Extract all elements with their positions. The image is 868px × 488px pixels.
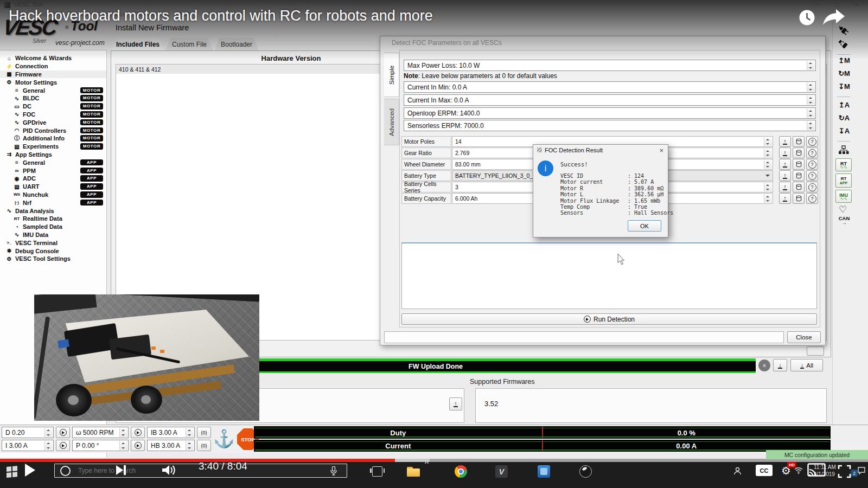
sidebar-item-foc[interactable]: ∿FOCMOTOR [0, 111, 106, 119]
help-button[interactable]: ? [806, 159, 818, 170]
run-duty-button[interactable] [56, 427, 70, 438]
help-button[interactable]: ? [806, 193, 818, 204]
supported-firmwares-list[interactable]: 3.52 [475, 388, 827, 423]
spinner-arrows[interactable] [186, 428, 194, 437]
can-scan-button[interactable] [838, 145, 849, 157]
spinner-arrows[interactable] [807, 121, 815, 130]
store-param-button[interactable] [793, 147, 805, 158]
brake-current-field[interactable]: IB 3.00 A [147, 427, 195, 438]
vesc-app-icon[interactable]: V [495, 465, 508, 478]
sidebar-item-imu-data[interactable]: ∿IMU Data [0, 231, 106, 239]
people-icon[interactable] [733, 467, 742, 475]
sidebar-item-data-analysis[interactable]: ∿Data Analysis [0, 207, 106, 215]
explorer-icon[interactable] [407, 467, 420, 477]
start-button[interactable] [7, 466, 18, 478]
share-arrow-icon[interactable] [821, 7, 846, 27]
run-speed-button[interactable] [131, 427, 145, 438]
detection-log-area[interactable] [401, 242, 817, 309]
openloop-erpm-field[interactable]: Openloop ERPM: 1400.0 [404, 107, 816, 119]
run-position-button[interactable] [131, 440, 145, 451]
write-param-button[interactable]: ↑ [779, 170, 791, 181]
sidebar-item-nrf[interactable]: (·)NrfAPP [0, 198, 106, 207]
play-button[interactable] [25, 464, 35, 477]
spinner-arrows[interactable] [764, 137, 772, 146]
spinner-arrows[interactable] [119, 441, 127, 450]
sidebar-item-welcome[interactable]: ⌂Welcome & Wizards [0, 54, 106, 62]
tab-bootloader[interactable]: Bootloader [214, 38, 259, 51]
sidebar-item-ppm[interactable]: ∞PPMAPP [0, 166, 106, 175]
sidebar-item-uart[interactable]: ▤UARTAPP [0, 183, 106, 191]
store-param-button[interactable] [793, 182, 805, 192]
download-button[interactable]: ↓ [773, 359, 787, 371]
heart-icon[interactable]: ♡ [839, 204, 847, 215]
task-view-button[interactable] [372, 466, 382, 477]
close-dialog-button[interactable]: Close [787, 331, 821, 343]
sidebar-item-realtime-data[interactable]: RTRealtime Data [0, 215, 106, 223]
sidebar-item-motor-settings[interactable]: ⚙Motor Settings [0, 78, 106, 86]
sidebar-item-sampled-data[interactable]: ◔Sampled Data [0, 223, 106, 231]
write-param-button[interactable]: ↑ [779, 147, 791, 158]
tab-advanced[interactable]: Advanced [384, 99, 399, 145]
spinner-arrows[interactable] [807, 95, 815, 105]
handbrake-current-field[interactable]: HB 3.00 A [147, 440, 195, 451]
sidebar-item-vesc-terminal[interactable]: >_VESC Terminal [0, 239, 106, 247]
spinner-arrows[interactable] [807, 61, 815, 70]
sidebar-item-app-settings[interactable]: ⇉App Settings [0, 151, 106, 159]
write-param-button[interactable]: ↑ [779, 182, 791, 192]
reload-app-config-button[interactable]: ↻A [837, 114, 852, 122]
sidebar-item-pid-controllers[interactable]: ◠PID ControllersMOTOR [0, 126, 106, 134]
help-button[interactable]: ? [806, 136, 818, 147]
spinner-arrows[interactable] [44, 441, 53, 450]
sidebar-item-app-general[interactable]: ≡GeneralAPP [0, 158, 106, 166]
realtime-app-button[interactable]: RTAPP [835, 174, 852, 188]
volume-icon[interactable] [162, 464, 177, 476]
store-param-button[interactable] [793, 193, 805, 204]
cancel-upload-button[interactable]: × [758, 359, 770, 371]
current-setpoint-field[interactable]: I 3.00 A [2, 440, 54, 451]
sidebar-item-connection[interactable]: ⚡Connection [0, 62, 106, 70]
spinner-arrows[interactable] [119, 428, 127, 437]
read-motor-config-button[interactable]: ↧M [837, 82, 852, 91]
brake-button[interactable]: (0) [197, 427, 211, 438]
handbrake-button[interactable]: (0) [197, 440, 211, 451]
spinner-arrows[interactable] [807, 108, 815, 118]
sidebar-item-motor-general[interactable]: ≡GeneralMOTOR [0, 86, 106, 94]
sidebar-item-adc[interactable]: ◉ADCAPP [0, 175, 106, 183]
speed-setpoint-field[interactable]: ω 5000 RPM [72, 427, 129, 438]
help-button[interactable]: ? [806, 182, 818, 192]
help-button[interactable]: ? [806, 147, 818, 158]
sidebar-item-additional-info[interactable]: ⓘAdditional InfoMOTOR [0, 134, 106, 143]
sidebar-item-dc[interactable]: ▭DCMOTOR [0, 102, 106, 111]
partial-button[interactable] [807, 346, 824, 356]
read-app-config-button[interactable]: ↧A [837, 127, 852, 135]
current-in-max-field[interactable]: Current In Max: 0.0 A [404, 94, 816, 106]
tab-simple[interactable]: Simple [384, 53, 399, 97]
sidebar-item-vesc-tool-settings[interactable]: ⚙VESC Tool Settings [0, 255, 106, 263]
ok-button[interactable]: OK [628, 220, 661, 232]
tab-custom-file[interactable]: Custom File [165, 38, 213, 51]
store-param-button[interactable] [793, 170, 805, 181]
can-forward-button[interactable]: CAN→ [837, 216, 852, 225]
tab-included-files[interactable]: Included Files [111, 38, 164, 51]
run-detection-button[interactable]: Run Detection [401, 313, 817, 325]
reload-motor-config-button[interactable]: ↻M [837, 69, 852, 78]
spinner-arrows[interactable] [44, 428, 53, 437]
sidebar-item-experiments[interactable]: ▤ExperimentsMOTOR [0, 143, 106, 151]
sensorless-erpm-field[interactable]: Sensorless ERPM: 7000.0 [404, 120, 816, 131]
blue-app-icon[interactable] [538, 465, 550, 478]
store-param-button[interactable] [793, 159, 805, 170]
max-power-loss-field[interactable]: Max Power Loss: 10.0 W [404, 60, 816, 71]
duty-setpoint-field[interactable]: D 0.20 [2, 427, 54, 438]
obs-icon[interactable] [579, 465, 592, 478]
spinner-arrows[interactable] [764, 183, 772, 191]
store-param-button[interactable] [793, 136, 805, 147]
fw-version-item[interactable]: 3.52 [484, 400, 826, 408]
write-param-button[interactable]: ↑ [779, 136, 791, 147]
write-param-button[interactable]: ↑ [779, 193, 791, 204]
video-progress-bar[interactable] [0, 459, 868, 462]
sidebar-item-firmware[interactable]: ▦Firmware [0, 70, 106, 79]
run-current-button[interactable] [56, 440, 70, 451]
imu-data-button[interactable]: IMU∿∿ [835, 190, 852, 203]
position-setpoint-field[interactable]: P 0.00 ° [72, 440, 129, 451]
spinner-arrows[interactable] [764, 194, 772, 203]
